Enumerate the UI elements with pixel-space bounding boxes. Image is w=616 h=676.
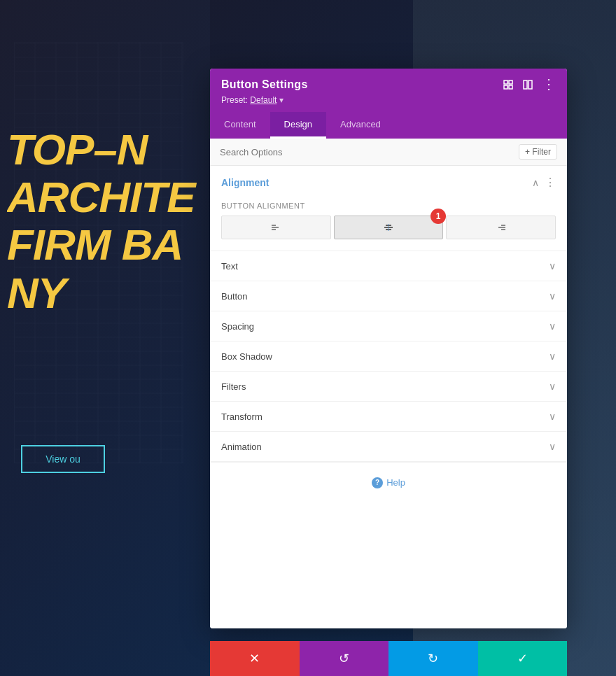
svg-rect-2 xyxy=(504,85,507,89)
expand-icon[interactable] xyxy=(503,79,514,90)
align-center-button[interactable] xyxy=(334,216,444,239)
section-spacing-header[interactable]: Spacing ∨ xyxy=(210,311,567,341)
headline-text: TOP–N ARCHITE FIRM BA NY xyxy=(7,126,210,317)
section-alignment-header[interactable]: Alignment ∧ ⋮ xyxy=(210,166,567,199)
section-alignment-controls: ∧ ⋮ xyxy=(532,176,556,189)
view-our-button[interactable]: View ou xyxy=(21,445,105,473)
panel-footer: ? Help xyxy=(210,462,567,501)
section-filters-title: Filters xyxy=(221,381,246,392)
align-right-button[interactable] xyxy=(446,216,556,239)
bottom-bar: ✕ ↺ ↻ ✓ xyxy=(210,641,567,676)
section-filters-header[interactable]: Filters ∨ xyxy=(210,372,567,401)
settings-panel: Button Settings ⋮ xyxy=(210,69,567,628)
align-left-button[interactable] xyxy=(221,216,331,239)
tab-content[interactable]: Content xyxy=(210,112,270,139)
chevron-down-spacing-icon: ∨ xyxy=(549,321,556,332)
svg-rect-5 xyxy=(528,80,532,89)
alignment-buttons: 1 xyxy=(221,216,556,239)
section-dots-icon[interactable]: ⋮ xyxy=(545,176,556,189)
section-transform-header[interactable]: Transform ∨ xyxy=(210,402,567,431)
chevron-down-transform-icon: ∨ xyxy=(549,411,556,422)
search-bar: + Filter xyxy=(210,139,567,166)
section-box-shadow: Box Shadow ∨ xyxy=(210,341,567,372)
confirm-button[interactable]: ✓ xyxy=(478,641,568,676)
filter-button[interactable]: + Filter xyxy=(519,144,557,160)
svg-rect-0 xyxy=(504,80,507,84)
tab-design[interactable]: Design xyxy=(270,112,326,139)
panel-header-icons: ⋮ xyxy=(503,78,556,91)
panel-header: Button Settings ⋮ xyxy=(210,69,567,112)
section-box-shadow-title: Box Shadow xyxy=(221,351,272,362)
section-animation-title: Animation xyxy=(221,442,262,452)
section-transform-title: Transform xyxy=(221,411,262,422)
section-spacing-title: Spacing xyxy=(221,321,254,332)
chevron-down-boxshadow-icon: ∨ xyxy=(549,351,556,362)
panel-body: + Filter Alignment ∧ ⋮ Button Alignment … xyxy=(210,139,567,628)
section-button-header[interactable]: Button ∨ xyxy=(210,281,567,311)
section-animation-header[interactable]: Animation ∨ xyxy=(210,432,567,461)
help-link[interactable]: ? Help xyxy=(372,477,405,488)
section-alignment-title: Alignment xyxy=(221,177,269,188)
help-icon: ? xyxy=(372,477,383,488)
chevron-down-filters-icon: ∨ xyxy=(549,381,556,392)
more-options-icon[interactable]: ⋮ xyxy=(542,77,556,91)
section-text-title: Text xyxy=(221,261,238,272)
section-transform: Transform ∨ xyxy=(210,402,567,432)
chevron-down-text-icon: ∨ xyxy=(549,260,556,272)
section-box-shadow-header[interactable]: Box Shadow ∨ xyxy=(210,341,567,371)
alignment-content: Button Alignment 1 xyxy=(210,199,567,251)
panel-preset: Preset: Default ▾ xyxy=(221,95,556,105)
svg-rect-1 xyxy=(509,80,512,84)
chevron-down-button-icon: ∨ xyxy=(549,290,556,302)
section-text-header[interactable]: Text ∨ xyxy=(210,251,567,281)
alignment-badge: 1 xyxy=(430,209,446,224)
panel-tabs: Content Design Advanced xyxy=(210,112,567,139)
section-button-title: Button xyxy=(221,291,248,302)
panel-title: Button Settings xyxy=(221,78,308,91)
tab-advanced[interactable]: Advanced xyxy=(326,112,395,139)
search-input[interactable] xyxy=(220,147,519,157)
reset-button[interactable]: ↺ xyxy=(300,641,389,676)
chevron-up-icon: ∧ xyxy=(532,177,539,188)
section-filters: Filters ∨ xyxy=(210,372,567,402)
svg-rect-3 xyxy=(509,85,512,89)
section-spacing: Spacing ∨ xyxy=(210,311,567,341)
button-alignment-label: Button Alignment xyxy=(221,202,556,210)
redo-button[interactable]: ↻ xyxy=(388,641,478,676)
section-animation: Animation ∨ xyxy=(210,432,567,462)
section-text: Text ∨ xyxy=(210,251,567,281)
svg-rect-4 xyxy=(524,80,527,89)
chevron-down-animation-icon: ∨ xyxy=(549,441,556,452)
section-alignment: Alignment ∧ ⋮ Button Alignment 1 xyxy=(210,166,567,251)
section-button: Button ∨ xyxy=(210,281,567,311)
columns-icon[interactable] xyxy=(522,79,533,90)
cancel-button[interactable]: ✕ xyxy=(210,641,300,676)
